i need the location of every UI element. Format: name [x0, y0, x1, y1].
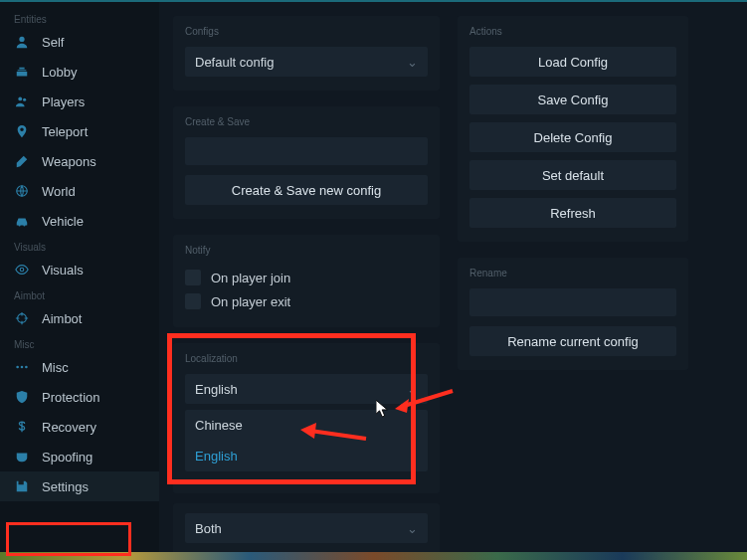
sidebar-item-settings[interactable]: Settings	[0, 471, 159, 501]
panel-notify: Notify On player join On player exit	[173, 235, 440, 327]
checkbox[interactable]	[185, 270, 201, 285]
svg-point-2	[23, 98, 26, 101]
sidebar-label: Spoofing	[42, 450, 93, 465]
main-content: Configs Default config ⌄ Create & Save C…	[159, 2, 747, 560]
eye-icon	[14, 262, 30, 278]
rename-input[interactable]	[469, 288, 676, 316]
chevron-down-icon: ⌄	[407, 55, 418, 70]
svg-point-7	[21, 366, 24, 369]
panel-create-save: Create & Save Create & Save new config	[173, 106, 440, 219]
localization-option-chinese[interactable]: Chinese	[185, 410, 428, 441]
sidebar-label: Aimbot	[42, 311, 82, 326]
sidebar-label: World	[42, 184, 76, 199]
config-select-value: Default config	[195, 55, 275, 70]
panel-title: Localization	[185, 353, 428, 364]
sidebar-label: Misc	[42, 360, 69, 375]
sidebar-item-teleport[interactable]: Teleport	[0, 116, 159, 146]
panel-title: Actions	[469, 26, 676, 37]
both-select[interactable]: Both ⌄	[185, 513, 428, 543]
weapons-icon	[14, 153, 30, 169]
sidebar-label: Protection	[42, 390, 100, 405]
config-select[interactable]: Default config ⌄	[185, 47, 428, 77]
notify-exit-row[interactable]: On player exit	[185, 289, 428, 313]
lobby-icon	[14, 64, 30, 80]
save-icon	[14, 478, 30, 494]
localization-dropdown: Chinese English	[185, 410, 428, 471]
sidebar-label: Visuals	[42, 263, 84, 278]
sidebar-section-entities: Entities	[0, 8, 159, 27]
delete-config-button[interactable]: Delete Config	[469, 122, 676, 152]
vehicle-icon	[14, 213, 30, 229]
button-label: Rename current config	[507, 334, 639, 349]
shield-icon	[14, 389, 30, 405]
panel-actions: Actions Load Config Save Config Delete C…	[458, 16, 688, 242]
notify-join-label: On player join	[211, 271, 290, 285]
sidebar-label: Self	[42, 35, 64, 50]
rename-config-button[interactable]: Rename current config	[469, 326, 676, 356]
sidebar-label: Players	[42, 94, 85, 109]
sidebar-item-world[interactable]: World	[0, 176, 159, 206]
set-default-button[interactable]: Set default	[469, 160, 676, 190]
sidebar-label: Lobby	[42, 65, 77, 80]
sidebar-item-self[interactable]: Self	[0, 27, 159, 57]
svg-point-6	[16, 366, 19, 369]
sidebar-item-visuals[interactable]: Visuals	[0, 255, 159, 284]
sidebar-item-lobby[interactable]: Lobby	[0, 57, 159, 87]
sidebar-label: Recovery	[42, 420, 96, 435]
notify-exit-label: On player exit	[211, 294, 290, 309]
dollar-icon	[14, 419, 30, 435]
panel-extra: Both ⌄	[173, 503, 440, 557]
localization-option-english[interactable]: English	[185, 441, 428, 471]
panel-rename: Rename Rename current config	[458, 258, 688, 370]
players-icon	[14, 93, 30, 109]
svg-point-4	[20, 268, 24, 272]
sidebar-section-misc: Misc	[0, 333, 159, 352]
bottom-decoration	[0, 552, 747, 560]
sidebar-item-spoofing[interactable]: Spoofing	[0, 442, 159, 471]
sidebar: Entities Self Lobby Players Teleport Wea…	[0, 2, 159, 560]
panel-title: Configs	[185, 26, 428, 37]
notify-join-row[interactable]: On player join	[185, 266, 428, 289]
dots-icon	[14, 359, 30, 375]
panel-title: Create & Save	[185, 116, 428, 127]
refresh-button[interactable]: Refresh	[469, 198, 676, 228]
panel-title: Rename	[469, 268, 676, 279]
panel-localization: Localization English ⌄ Chinese English O…	[173, 343, 440, 493]
button-label: Set default	[542, 168, 604, 183]
localization-select[interactable]: English ⌄	[185, 374, 428, 404]
save-config-button[interactable]: Save Config	[469, 85, 676, 114]
mask-icon	[14, 449, 30, 465]
button-label: Create & Save new config	[232, 183, 381, 198]
button-label: Refresh	[550, 206, 596, 221]
sidebar-label: Vehicle	[42, 214, 84, 229]
user-icon	[14, 34, 30, 50]
sidebar-label: Teleport	[42, 124, 88, 139]
panel-configs: Configs Default config ⌄	[173, 16, 440, 91]
sidebar-item-misc[interactable]: Misc	[0, 352, 159, 382]
load-config-button[interactable]: Load Config	[469, 47, 676, 77]
checkbox[interactable]	[185, 293, 201, 309]
sidebar-item-protection[interactable]: Protection	[0, 382, 159, 412]
sidebar-item-weapons[interactable]: Weapons	[0, 146, 159, 176]
chevron-down-icon: ⌄	[407, 521, 418, 536]
sidebar-item-vehicle[interactable]: Vehicle	[0, 206, 159, 236]
svg-point-8	[25, 366, 28, 369]
create-save-button[interactable]: Create & Save new config	[185, 175, 428, 205]
sidebar-label: Weapons	[42, 154, 96, 169]
localization-select-value: English	[195, 382, 238, 397]
sidebar-section-visuals: Visuals	[0, 236, 159, 255]
crosshair-icon	[14, 310, 30, 326]
config-name-input[interactable]	[185, 137, 428, 165]
button-label: Delete Config	[534, 130, 613, 145]
both-select-value: Both	[195, 521, 222, 536]
button-label: Load Config	[538, 55, 608, 70]
sidebar-label: Settings	[42, 479, 89, 494]
panel-title: Notify	[185, 245, 428, 256]
svg-point-0	[19, 37, 24, 42]
world-icon	[14, 183, 30, 199]
chevron-down-icon: ⌄	[407, 382, 418, 397]
sidebar-item-players[interactable]: Players	[0, 87, 159, 116]
sidebar-item-recovery[interactable]: Recovery	[0, 412, 159, 442]
svg-point-1	[18, 96, 22, 100]
sidebar-item-aimbot[interactable]: Aimbot	[0, 303, 159, 333]
